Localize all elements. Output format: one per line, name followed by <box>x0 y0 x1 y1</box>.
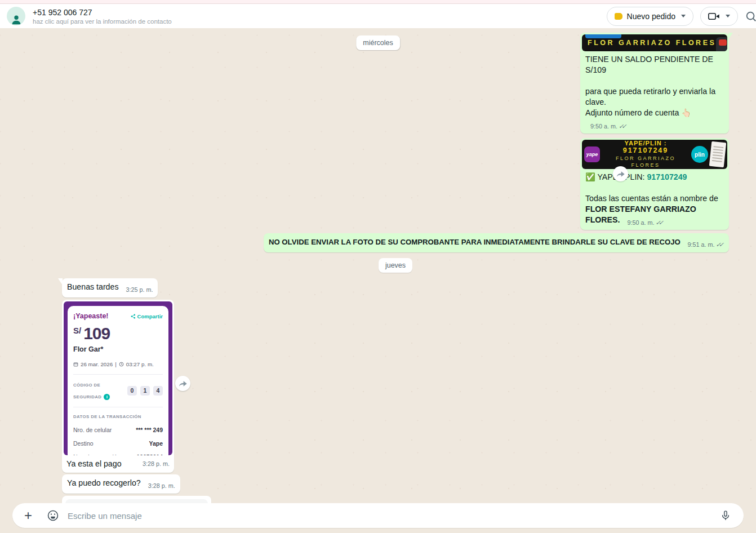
new-order-label: Nuevo pedido <box>627 12 675 21</box>
mic-icon <box>720 510 731 521</box>
message-text: TIENE UN SALDO PENDIENTE DE S/109 <box>585 54 723 75</box>
message-receipt: ¡Yapeaste! Compartir S/ 109 F <box>62 300 729 473</box>
receipt-time: 03:27 p. m. <box>126 359 154 370</box>
chevron-down-icon[interactable] <box>726 15 730 17</box>
price-list-graphic <box>709 141 726 167</box>
contact-subtitle: haz clic aquí para ver la información de… <box>33 18 172 25</box>
forward-icon <box>179 380 188 388</box>
floating-date-pill: miércoles <box>356 35 400 50</box>
plus-icon: + <box>24 509 32 522</box>
security-digit: 4 <box>153 386 163 396</box>
share-button: Compartir <box>131 311 163 322</box>
attach-button[interactable]: + <box>18 505 38 526</box>
search-icon[interactable] <box>745 10 756 23</box>
conversation-panel: miércoles FLOR GARRIAZO FLORES TIENE UN … <box>0 28 756 503</box>
yape-number-link[interactable]: 917107249 <box>647 172 687 181</box>
video-call-button[interactable] <box>700 7 738 26</box>
video-camera-icon <box>708 12 720 21</box>
security-digit: 1 <box>140 386 150 396</box>
row-value: Yape <box>149 438 163 449</box>
forward-button[interactable] <box>175 376 190 391</box>
receipt-date: 26 mar. 2026 <box>81 359 113 370</box>
contact-name: +51 952 006 727 <box>33 8 172 17</box>
call-back-button[interactable]: Llamada perdida Haz clic para volver a l… <box>65 499 208 503</box>
receipt-amount: 109 <box>83 324 110 343</box>
info-icon: i <box>104 394 110 400</box>
message-text: NO OLVIDE ENVIAR LA FOTO DE SU COMPROBAN… <box>269 238 681 246</box>
flor-garriazo-image[interactable]: FLOR GARRIAZO FLORES <box>582 34 727 51</box>
plin-logo: plin <box>691 146 708 163</box>
message-input[interactable] <box>68 511 711 521</box>
message-caption: Ya esta el pago <box>66 459 122 469</box>
contact-info-button[interactable]: +51 952 006 727 haz clic aquí para ver l… <box>7 7 172 25</box>
date-divider: jueves <box>379 258 412 273</box>
sticker-icon <box>47 509 59 522</box>
emoji-sticker-button[interactable] <box>43 505 63 526</box>
receipt-recipient: Flor Gar* <box>73 344 163 355</box>
message-text: para que pueda retirarlo y enviarla la c… <box>585 86 723 108</box>
check-emoji: ✅ <box>585 172 595 181</box>
order-tag-icon <box>615 13 622 20</box>
message-reminder: NO OLVIDE ENVIAR LA FOTO DE SU COMPROBAN… <box>62 233 729 252</box>
image-caption-text: FLOR GARRIAZO FLORES <box>582 38 716 48</box>
row-label: Destino <box>73 438 94 449</box>
message-missed-call: Llamada perdida Haz clic para volver a l… <box>62 496 729 503</box>
message-time: 3:28 p. m. <box>148 481 175 491</box>
message-text: Todas las cuentas están a nombre de <box>585 193 723 204</box>
pos-terminal-graphic <box>716 37 727 51</box>
row-value: 16652014 <box>136 452 163 455</box>
message-text: Buenas tardes <box>67 282 119 291</box>
message-yape-plin: yape YAPE/PLIN : 917107249 FLOR GARRIAZO… <box>62 138 729 230</box>
message-pickup: Ya puedo recogerlo? 3:28 p. m. <box>62 474 729 494</box>
image-name: FLOR GARRIAZO FLORES <box>600 155 691 169</box>
voice-message-button[interactable] <box>715 505 736 526</box>
double-check-icon: ✓✓ <box>619 121 626 132</box>
message-time: 9:51 a. m. <box>688 239 715 250</box>
browser-sharing-strip <box>0 0 756 4</box>
chevron-down-icon[interactable] <box>681 15 686 17</box>
message-time: 9:50 a. m. <box>627 217 654 228</box>
message-time: 3:28 p. m. <box>143 459 170 469</box>
row-label: Nro. de celular <box>73 425 112 436</box>
person-icon <box>10 13 23 25</box>
row-value: *** *** 249 <box>136 425 163 436</box>
yape-receipt-image[interactable]: ¡Yapeaste! Compartir S/ 109 F <box>64 301 172 455</box>
image-blue-pill <box>585 34 621 38</box>
double-check-icon: ✓✓ <box>716 239 724 250</box>
share-icon <box>131 314 136 319</box>
message-text: Adjunto número de cuenta 👆🏻 <box>585 108 691 117</box>
yape-plin-image[interactable]: yape YAPE/PLIN : 917107249 FLOR GARRIAZO… <box>582 140 727 169</box>
message-time: 9:50 a. m. <box>590 121 617 132</box>
double-check-icon: ✓✓ <box>655 217 663 228</box>
forward-button[interactable] <box>613 166 628 181</box>
message-time: 3:25 p. m. <box>126 285 153 295</box>
forward-icon <box>616 170 625 178</box>
calendar-icon <box>73 362 78 367</box>
row-label: Nro. de operación <box>73 452 120 455</box>
message-greeting: Buenas tardes 3:25 p. m. <box>62 278 729 297</box>
receipt-currency: S/ <box>73 326 81 335</box>
security-code-label: CÓDIGO DE SEGURIDAD <box>73 383 101 399</box>
chat-header: +51 952 006 727 haz clic aquí para ver l… <box>0 4 756 28</box>
new-order-button[interactable]: Nuevo pedido <box>607 7 693 26</box>
message-text: Ya puedo recogerlo? <box>67 478 141 487</box>
image-title: YAPE/PLIN : <box>625 140 667 146</box>
clock-icon <box>119 362 124 367</box>
transaction-data-label: DATOS DE LA TRANSACCIÓN <box>73 411 163 422</box>
security-digit: 0 <box>127 386 137 396</box>
image-number: 917107249 <box>623 146 669 154</box>
message-composer: + <box>0 503 756 533</box>
avatar[interactable] <box>7 7 25 25</box>
receipt-title: ¡Yapeaste! <box>73 311 109 322</box>
yape-logo: yape <box>584 146 600 162</box>
